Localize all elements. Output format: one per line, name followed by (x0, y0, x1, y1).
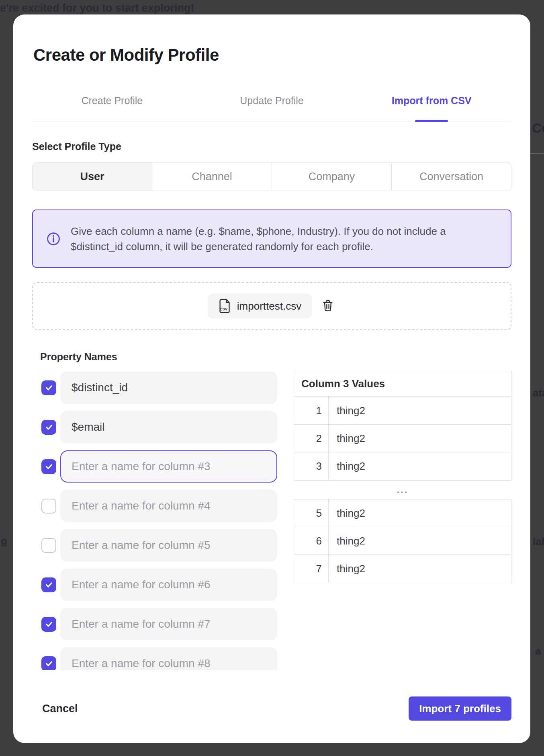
csv-file-icon: CSV (218, 299, 231, 313)
uploaded-file-chip[interactable]: CSV importtest.csv (208, 294, 312, 318)
profile-type-segmented-control: User Channel Company Conversation (32, 162, 511, 191)
column-6-name-input[interactable] (60, 569, 277, 601)
row-number: 2 (294, 425, 329, 452)
info-banner: Give each column a name (e.g. $name, $ph… (32, 210, 511, 268)
property-names-label: Property Names (40, 351, 511, 363)
column-8-name-input[interactable] (60, 647, 277, 670)
checkmark-icon (45, 462, 53, 471)
row-number: 3 (294, 452, 329, 480)
row-value: thing2 (329, 425, 365, 452)
column-8-checkbox[interactable] (41, 656, 56, 670)
tab-update-profile[interactable]: Update Profile (192, 95, 352, 107)
values-table-top: Column 3 Values 1 thing2 2 thing2 3 thin… (294, 371, 511, 481)
create-or-modify-profile-dialog: Create or Modify Profile Create Profile … (13, 14, 530, 743)
active-tab-indicator (415, 120, 448, 122)
row-value: thing2 (329, 555, 365, 583)
profile-type-user[interactable]: User (33, 162, 152, 191)
property-name-list (32, 371, 277, 670)
row-number: 6 (294, 527, 329, 555)
background-text-fragment: Col (532, 121, 544, 136)
column-values-preview: Column 3 Values 1 thing2 2 thing2 3 thin… (294, 371, 511, 670)
table-row: 3 thing2 (294, 452, 511, 480)
info-banner-text: Give each column a name (e.g. $name, $ph… (71, 224, 464, 254)
column-1-name-input[interactable] (60, 372, 277, 404)
table-row: 2 thing2 (294, 425, 511, 452)
profile-type-conversation[interactable]: Conversation (391, 162, 511, 191)
uploaded-file-name: importtest.csv (237, 300, 301, 312)
row-value: thing2 (329, 452, 365, 480)
values-table-header: Column 3 Values (294, 371, 511, 397)
table-row: 7 thing2 (294, 555, 511, 583)
property-row-1 (32, 372, 277, 404)
checkmark-icon (45, 659, 53, 668)
table-row: 6 thing2 (294, 527, 511, 555)
column-5-checkbox[interactable] (41, 538, 56, 553)
column-2-name-input[interactable] (60, 411, 277, 443)
property-row-2 (32, 411, 277, 443)
row-value: thing2 (329, 397, 365, 424)
background-text-fragment: lab (533, 536, 544, 548)
column-7-name-input[interactable] (60, 608, 277, 640)
mapping-area: Column 3 Values 1 thing2 2 thing2 3 thin… (32, 371, 511, 670)
dialog-title: Create or Modify Profile (33, 45, 511, 65)
import-profiles-button[interactable]: Import 7 profiles (409, 696, 511, 721)
column-6-checkbox[interactable] (41, 577, 56, 592)
property-row-7 (32, 608, 277, 640)
select-profile-type-label: Select Profile Type (32, 141, 511, 152)
cancel-button[interactable]: Cancel (42, 703, 78, 715)
checkmark-icon (45, 423, 53, 431)
values-table-bottom: 5 thing2 6 thing2 7 thing2 (294, 499, 511, 583)
profile-type-company[interactable]: Company (272, 162, 391, 191)
checkmark-icon (45, 383, 53, 392)
property-row-8 (32, 647, 277, 670)
profile-type-channel[interactable]: Channel (152, 162, 272, 191)
tab-create-profile[interactable]: Create Profile (32, 95, 192, 107)
property-row-4 (32, 490, 277, 522)
dialog-tabs: Create Profile Update Profile Import fro… (32, 95, 511, 121)
row-number: 7 (294, 555, 329, 583)
rows-ellipsis: ... (294, 481, 511, 499)
column-5-name-input[interactable] (60, 529, 277, 561)
column-4-name-input[interactable] (60, 490, 277, 522)
column-3-name-input[interactable] (60, 450, 277, 483)
background-divider-fragment (530, 153, 544, 154)
delete-file-button[interactable] (320, 297, 336, 315)
trash-icon (323, 300, 333, 312)
checkmark-icon (45, 580, 53, 589)
column-4-checkbox[interactable] (41, 499, 56, 514)
info-icon (47, 232, 60, 246)
background-banner-text: e're excited for you to start exploring! (0, 2, 194, 14)
property-row-6 (32, 569, 277, 601)
column-7-checkbox[interactable] (41, 617, 56, 632)
table-row: 1 thing2 (294, 397, 511, 425)
csv-dropzone[interactable]: CSV importtest.csv (32, 282, 511, 330)
property-row-3 (32, 450, 277, 483)
row-number: 1 (294, 397, 329, 424)
background-text-fragment: a (535, 645, 541, 657)
row-value: thing2 (329, 527, 365, 555)
background-text-fragment: g (1, 535, 7, 547)
column-3-checkbox[interactable] (41, 459, 56, 474)
dialog-footer: Cancel Import 7 profiles (32, 696, 511, 721)
property-row-5 (32, 529, 277, 561)
svg-text:CSV: CSV (220, 307, 228, 311)
table-row: 5 thing2 (294, 499, 511, 527)
column-1-checkbox[interactable] (41, 380, 56, 395)
tab-import-from-csv[interactable]: Import from CSV (352, 95, 511, 107)
column-2-checkbox[interactable] (41, 420, 56, 435)
row-number: 5 (294, 499, 329, 527)
row-value: thing2 (329, 499, 365, 527)
background-text-fragment: ata (533, 387, 544, 399)
checkmark-icon (45, 620, 53, 629)
